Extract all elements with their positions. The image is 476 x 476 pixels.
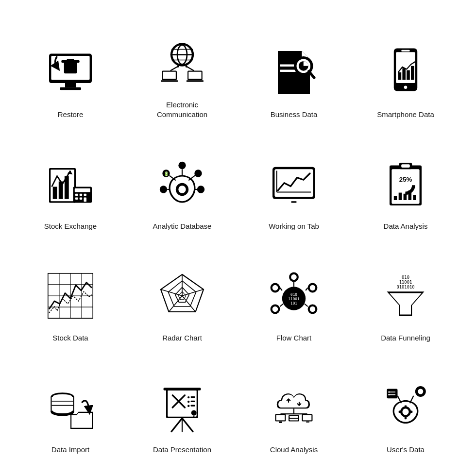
svg-rect-162 bbox=[387, 389, 398, 398]
svg-text:11001: 11001 bbox=[399, 279, 412, 284]
icon-stock-data: Stock Data bbox=[17, 240, 124, 347]
svg-rect-159 bbox=[399, 410, 402, 412]
users-data-label: User's Data bbox=[387, 445, 425, 455]
svg-line-108 bbox=[280, 288, 282, 290]
svg-point-111 bbox=[309, 284, 316, 290]
svg-rect-149 bbox=[289, 419, 298, 420]
svg-rect-131 bbox=[191, 396, 195, 397]
analytic-database-label: Analytic Database bbox=[153, 221, 212, 231]
icon-radar-chart: Radar Chart bbox=[129, 240, 236, 347]
flow-chart-label: Flow Chart bbox=[276, 333, 312, 343]
svg-rect-76 bbox=[399, 192, 402, 200]
data-presentation-label: Data Presentation bbox=[153, 445, 211, 455]
icon-users-data: User's Data bbox=[352, 352, 459, 459]
svg-rect-18 bbox=[187, 80, 204, 82]
radar-chart-icon bbox=[151, 264, 214, 327]
business-data-icon bbox=[262, 41, 325, 104]
svg-line-136 bbox=[171, 418, 182, 432]
svg-rect-35 bbox=[407, 70, 410, 80]
svg-rect-68 bbox=[291, 201, 297, 203]
icon-electronic-communication: ElectronicCommunication bbox=[129, 17, 236, 124]
svg-point-112 bbox=[272, 284, 278, 290]
svg-point-58 bbox=[160, 186, 167, 193]
stock-data-icon bbox=[39, 264, 102, 327]
svg-rect-4 bbox=[64, 62, 77, 73]
svg-rect-45 bbox=[75, 193, 78, 195]
svg-rect-72 bbox=[401, 164, 410, 168]
svg-point-140 bbox=[191, 410, 197, 415]
radar-chart-label: Radar Chart bbox=[162, 333, 202, 343]
svg-text:25%: 25% bbox=[399, 175, 412, 183]
svg-rect-75 bbox=[394, 196, 397, 200]
electronic-communication-label: ElectronicCommunication bbox=[157, 100, 207, 119]
svg-line-107 bbox=[305, 304, 308, 306]
svg-rect-144 bbox=[276, 415, 285, 420]
svg-rect-3 bbox=[60, 87, 81, 90]
icon-stock-exchange: Stock Exchange bbox=[17, 129, 124, 236]
icon-cloud-analysis: Cloud Analysis bbox=[240, 352, 347, 459]
icon-grid: Restore bbox=[7, 7, 469, 469]
icon-data-funneling: 010 11001 0101010 Data Funneling bbox=[352, 240, 459, 347]
icon-working-on-tab: Working on Tab bbox=[240, 129, 347, 236]
icon-flow-chart: 010 11001 101 bbox=[240, 240, 347, 347]
svg-rect-6 bbox=[67, 59, 74, 61]
data-import-icon bbox=[39, 376, 102, 439]
svg-rect-151 bbox=[303, 415, 312, 420]
data-import-label: Data Import bbox=[51, 445, 89, 455]
svg-point-155 bbox=[402, 408, 408, 415]
data-funneling-icon: 010 11001 0101010 bbox=[374, 264, 437, 327]
svg-rect-157 bbox=[405, 416, 407, 419]
svg-rect-33 bbox=[398, 72, 402, 80]
svg-rect-46 bbox=[80, 193, 83, 195]
data-presentation-icon bbox=[151, 376, 214, 439]
svg-text:🔋: 🔋 bbox=[164, 171, 169, 177]
svg-point-57 bbox=[197, 186, 204, 193]
svg-rect-78 bbox=[408, 190, 412, 200]
svg-line-19 bbox=[170, 67, 178, 71]
svg-rect-135 bbox=[191, 405, 195, 406]
svg-point-130 bbox=[187, 396, 189, 398]
business-data-label: Business Data bbox=[271, 110, 318, 119]
svg-rect-24 bbox=[280, 69, 296, 71]
svg-point-165 bbox=[388, 391, 390, 392]
flow-chart-icon: 010 11001 101 bbox=[262, 264, 325, 327]
svg-text:0101010: 0101010 bbox=[396, 284, 414, 289]
working-on-tab-label: Working on Tab bbox=[269, 221, 319, 231]
svg-rect-156 bbox=[405, 405, 407, 408]
svg-point-161 bbox=[418, 389, 423, 394]
svg-point-134 bbox=[187, 405, 189, 407]
svg-rect-139 bbox=[164, 388, 201, 391]
svg-rect-49 bbox=[80, 197, 83, 199]
svg-point-123 bbox=[53, 408, 72, 413]
svg-text:010: 010 bbox=[290, 292, 297, 297]
svg-point-166 bbox=[388, 393, 390, 395]
svg-rect-79 bbox=[413, 195, 416, 200]
svg-text:101: 101 bbox=[290, 301, 297, 305]
svg-rect-148 bbox=[289, 416, 298, 417]
icon-smartphone-data: Smartphone Data bbox=[352, 17, 459, 124]
svg-point-55 bbox=[178, 161, 186, 169]
svg-rect-44 bbox=[75, 188, 90, 192]
svg-rect-14 bbox=[163, 72, 175, 79]
svg-rect-34 bbox=[402, 68, 406, 80]
restore-label: Restore bbox=[58, 110, 84, 119]
svg-point-56 bbox=[194, 170, 202, 177]
svg-point-21 bbox=[177, 66, 179, 68]
stock-data-label: Stock Data bbox=[52, 333, 88, 343]
cloud-analysis-label: Cloud Analysis bbox=[270, 445, 318, 455]
stock-exchange-label: Stock Exchange bbox=[44, 221, 97, 231]
svg-rect-48 bbox=[75, 197, 78, 199]
electronic-communication-icon bbox=[151, 31, 214, 94]
svg-rect-39 bbox=[53, 187, 57, 199]
svg-line-109 bbox=[280, 304, 283, 306]
svg-text:11001: 11001 bbox=[288, 296, 300, 301]
svg-rect-31 bbox=[401, 50, 410, 51]
users-data-icon bbox=[374, 376, 437, 439]
svg-point-22 bbox=[186, 66, 187, 68]
svg-point-52 bbox=[178, 186, 186, 193]
svg-point-132 bbox=[187, 400, 189, 402]
svg-rect-147 bbox=[289, 415, 299, 421]
svg-text:010: 010 bbox=[402, 274, 409, 279]
svg-rect-145 bbox=[279, 421, 282, 423]
icon-data-analysis: 25% Data Analysis bbox=[352, 129, 459, 236]
